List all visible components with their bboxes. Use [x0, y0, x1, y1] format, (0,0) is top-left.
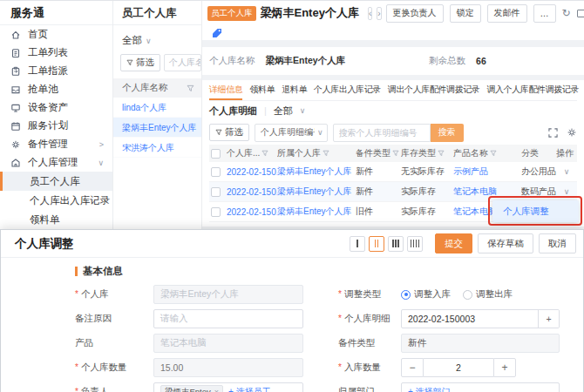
tab-requisition[interactable]: 领料单 [249, 80, 275, 100]
tag-icon[interactable] [212, 28, 222, 38]
layout-1col-button[interactable] [350, 236, 365, 252]
add-detail-button[interactable]: + [538, 310, 559, 328]
tab-return[interactable]: 退料单 [282, 80, 307, 100]
cell-stock-type: 实际库存 [401, 206, 453, 218]
settings-gear-icon[interactable] [567, 127, 577, 138]
layout-4col-button[interactable] [407, 236, 423, 252]
prev-record-button[interactable]: ‹ [368, 7, 372, 20]
expand-icon[interactable] [577, 10, 584, 17]
modal-header-actions: 提交 保存草稿 取消 [350, 233, 576, 253]
select-employee-link[interactable]: + 选择员工 [228, 386, 271, 392]
funnel-icon[interactable] [490, 150, 497, 157]
filter-button[interactable]: 筛选 [120, 54, 160, 71]
funnel-icon[interactable] [261, 150, 268, 157]
sidebar-subitem-label: 领料单 [30, 213, 60, 226]
tab-transfer-in[interactable]: 调入个人库配件调拨记录 [486, 80, 579, 100]
send-mail-button[interactable]: 发邮件 [487, 4, 527, 23]
sidebar-item-label: 工单指派 [28, 64, 68, 78]
funnel-icon[interactable] [323, 150, 329, 157]
radio-adjust-in[interactable]: 调整入库 [401, 288, 451, 301]
next-record-button[interactable]: › [377, 7, 381, 20]
product-label: 产品 [75, 337, 153, 349]
lock-button[interactable]: 锁定 [450, 4, 481, 23]
tab-transfer-out[interactable]: 调出个人库配件调拨记录 [388, 80, 480, 100]
product-field: 笔记本电脑 [153, 334, 303, 353]
remove-tag-icon[interactable]: × [214, 388, 219, 392]
sidebar-item-parts-management[interactable]: 备件管理 > [0, 135, 112, 153]
stepper-value[interactable]: 2 [424, 358, 493, 377]
save-draft-button[interactable]: 保存草稿 [478, 233, 533, 253]
row-checkbox[interactable] [211, 207, 221, 217]
fullscreen-icon[interactable] [548, 128, 558, 138]
funnel-icon[interactable] [187, 84, 194, 92]
list-item[interactable]: linda个人库 [113, 98, 201, 118]
list-item-selected[interactable]: 梁炳丰Entey个人库 [113, 118, 201, 138]
submit-button[interactable]: 提交 [435, 233, 472, 253]
more-actions-button[interactable]: … [533, 4, 556, 23]
section-scope-select[interactable]: 全部 [274, 105, 293, 118]
cancel-button[interactable]: 取消 [539, 233, 576, 253]
cell-library[interactable]: 梁炳丰Entey个人库 [277, 206, 356, 218]
cell-code[interactable]: 2022-02-150... [227, 207, 277, 217]
cell-code[interactable]: 2022-02-150... [227, 167, 277, 177]
sidebar-item-material-requisition[interactable]: 领料单 [0, 210, 112, 229]
modal-title: 个人库调整 [15, 236, 74, 252]
select-all-checkbox[interactable] [211, 149, 221, 159]
table-row: 2022-02-150... 梁炳丰Entey个人库 新件 实际库存 笔记本电脑… [209, 182, 577, 202]
department-field[interactable]: + 选择部门 [401, 382, 560, 392]
list-column-header: 个人库名称 [113, 78, 201, 98]
sidebar-item-order-pool[interactable]: 抢单池 [0, 80, 112, 98]
library-detail-field[interactable]: 2022-02-150003 + [401, 309, 560, 328]
layout-2col-button[interactable] [369, 236, 384, 252]
search-input[interactable] [333, 124, 431, 142]
row-actions-caret[interactable]: ∨ [556, 167, 577, 176]
row-checkbox[interactable] [211, 167, 221, 177]
search-field-select[interactable]: 个人库明细编号 ∨ [255, 124, 328, 142]
layout-3col-button[interactable] [388, 236, 404, 252]
cell-library[interactable]: 梁炳丰Entey个人库 [277, 186, 356, 198]
library-name-value: 梁炳丰Entey个人库 [266, 55, 346, 67]
sidebar-item-workorder-dispatch[interactable]: 工单指派 [0, 62, 112, 80]
col-operation: 操作 [556, 147, 574, 159]
menu-item-adjust-library[interactable]: 个人库调整 [492, 200, 579, 222]
search-button[interactable]: 搜索 [431, 124, 464, 142]
select-department-link[interactable]: + 选择部门 [408, 386, 451, 392]
sidebar-item-personal-library[interactable]: 个人库管理 ∨ [0, 153, 112, 172]
funnel-icon[interactable] [438, 150, 445, 157]
funnel-icon[interactable] [392, 150, 399, 157]
tag-row [207, 25, 577, 40]
row-checkbox[interactable] [211, 187, 221, 197]
cell-product[interactable]: 示例产品 [453, 166, 521, 178]
library-name-input[interactable]: 个人库名称 [164, 54, 201, 71]
cell-library[interactable]: 梁炳丰Entey个人库 [277, 166, 356, 178]
sidebar-item-label: 抢单池 [28, 83, 58, 96]
sidebar-item-device-assets[interactable]: 设备资产 [0, 98, 112, 117]
sidebar-item-inout-records[interactable]: 个人库出入库记录 [0, 191, 112, 210]
chevron-right-icon: > [99, 140, 104, 149]
scope-select[interactable]: 全部 ∨ [113, 25, 201, 54]
row-actions-dropdown: 个人库调整 [492, 200, 579, 222]
adjust-form: 个人库 梁炳丰Entey个人库 调整类型 调整入库 调整出库 备注原因 请输入 … [75, 285, 583, 392]
divider: | [264, 105, 267, 116]
sidebar-item-service-plan[interactable]: 服务计划 [0, 117, 112, 135]
radio-adjust-out[interactable]: 调整出库 [463, 288, 513, 301]
sidebar-item-home[interactable]: 首页 [0, 25, 112, 44]
sidebar-item-workorder-list[interactable]: 工单列表 [0, 44, 112, 62]
remark-input[interactable]: 请输入 [153, 309, 303, 328]
filter-button[interactable]: 筛选 [209, 124, 249, 141]
sidebar-item-employee-library[interactable]: 员工个人库 [0, 172, 112, 191]
list-item[interactable]: 宋洪涛个人库 [113, 138, 201, 158]
refresh-icon[interactable]: ↻ [562, 8, 571, 18]
stepper-plus-button[interactable]: + [493, 358, 516, 377]
cell-part-type: 新件 [356, 186, 401, 198]
cell-code[interactable]: 2022-02-150... [227, 187, 277, 197]
tab-inout-records[interactable]: 个人库出入库记录 [314, 80, 381, 100]
col-category: 分类 [521, 147, 539, 159]
change-owner-button[interactable]: 更换负责人 [386, 4, 444, 23]
owner-field[interactable]: 梁炳丰Entey × + 选择员工 [153, 382, 303, 392]
cell-category: 办公用品 [521, 166, 556, 178]
cell-product[interactable]: 笔记本电脑 [453, 186, 521, 198]
stepper-minus-button[interactable]: − [401, 358, 424, 377]
tab-detail-info[interactable]: 详细信息 [209, 80, 242, 100]
row-actions-caret[interactable]: ∨ [556, 187, 577, 196]
